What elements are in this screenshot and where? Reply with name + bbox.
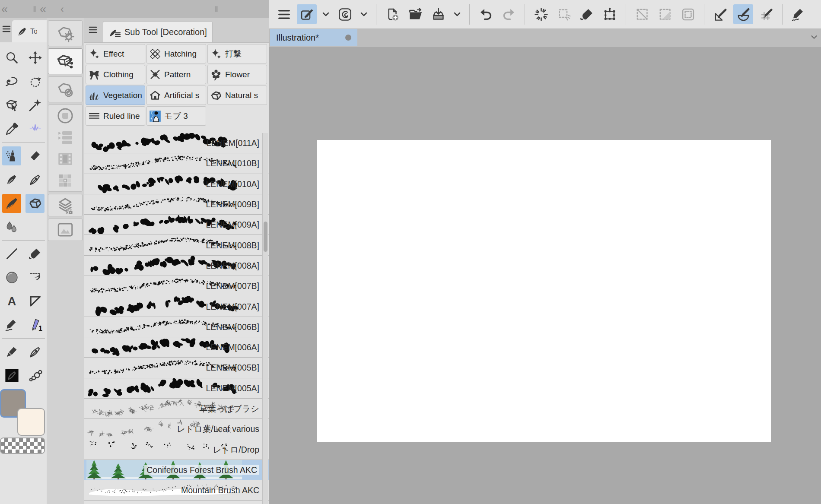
brush-item[interactable]: LENEM[008B] bbox=[84, 235, 269, 255]
collapse-dock-icon[interactable]: « bbox=[40, 1, 46, 17]
eraser-tool[interactable] bbox=[25, 146, 45, 165]
clipped-toolbar-button[interactable] bbox=[789, 4, 808, 24]
brush-item[interactable]: Mountain Brush AKC bbox=[84, 480, 269, 501]
move-tool[interactable] bbox=[25, 48, 45, 67]
clip-dropdown-button[interactable] bbox=[358, 4, 370, 24]
figure-tool[interactable] bbox=[2, 244, 21, 263]
blend-tool[interactable] bbox=[2, 218, 21, 237]
panel-grip-icon[interactable] bbox=[213, 3, 220, 15]
canvas-area[interactable] bbox=[269, 47, 821, 504]
auto-select-tool[interactable] bbox=[25, 96, 45, 115]
panel-grip-icon[interactable] bbox=[30, 3, 38, 15]
brush-size-palette-button[interactable] bbox=[49, 77, 82, 102]
brush-item[interactable]: LENEM[011A] bbox=[84, 133, 269, 153]
new-file-button[interactable] bbox=[382, 4, 402, 24]
sub-tool-palette-button[interactable] bbox=[49, 49, 82, 74]
rotate-canvas-tool[interactable] bbox=[25, 72, 45, 91]
dark-pen-tool[interactable] bbox=[2, 366, 21, 385]
text-tool[interactable] bbox=[2, 292, 21, 311]
category-11[interactable]: モブ 3 bbox=[146, 106, 206, 126]
timeline-palette-button[interactable] bbox=[49, 148, 82, 170]
gradient-tool[interactable] bbox=[2, 268, 21, 287]
main-menu-button[interactable] bbox=[274, 4, 294, 24]
scrollbar-thumb[interactable] bbox=[264, 222, 267, 252]
document-tab[interactable]: Illustration* bbox=[270, 29, 357, 46]
open-file-button[interactable] bbox=[405, 4, 425, 24]
lasso-tool[interactable] bbox=[2, 72, 21, 91]
bubble-brush-tool[interactable] bbox=[25, 366, 45, 385]
ruler-tool[interactable] bbox=[2, 316, 21, 335]
calligraphy-tool[interactable] bbox=[25, 342, 45, 361]
category-2[interactable]: Hatching bbox=[146, 44, 206, 63]
transparent-color-swatch[interactable] bbox=[0, 437, 45, 454]
tool-property-palette-button[interactable] bbox=[49, 21, 82, 46]
eyedropper-tool[interactable] bbox=[2, 120, 21, 139]
brush-item[interactable]: 草葉っぱブラシ bbox=[84, 399, 269, 419]
selection-border-button[interactable] bbox=[678, 4, 698, 24]
current-tool-button[interactable] bbox=[297, 4, 317, 24]
category-9[interactable]: Natural s bbox=[207, 86, 267, 105]
zoom-tool[interactable] bbox=[2, 48, 21, 67]
category-1[interactable]: Effect bbox=[86, 44, 145, 63]
snap-to-ruler-button[interactable] bbox=[710, 4, 730, 24]
snap-to-grid-button[interactable] bbox=[756, 4, 776, 24]
fill-tool[interactable] bbox=[25, 244, 45, 263]
pen-tool[interactable] bbox=[2, 170, 21, 189]
layer-palette-button[interactable] bbox=[49, 194, 82, 216]
frame-border-tool[interactable] bbox=[25, 292, 45, 311]
marker-tool[interactable] bbox=[2, 342, 21, 361]
collapse-subtool-icon[interactable]: ‹ bbox=[60, 1, 64, 17]
brush-item[interactable]: LENEM[010A] bbox=[84, 174, 269, 194]
brush-item[interactable]: LENEM[005A] bbox=[84, 378, 269, 399]
brush-list-scrollbar[interactable] bbox=[262, 133, 268, 504]
brush-item[interactable]: LENEM[010B] bbox=[84, 153, 269, 174]
category-3[interactable]: 打撃 bbox=[207, 44, 267, 63]
selection-line-button[interactable] bbox=[632, 4, 652, 24]
airbrush-tool[interactable] bbox=[2, 146, 21, 165]
selection-pen-tool[interactable] bbox=[25, 268, 45, 287]
brush-item[interactable]: レトロ/Drop bbox=[84, 439, 269, 460]
snap-to-special-ruler-button[interactable] bbox=[733, 4, 753, 24]
tool-dropdown-button[interactable] bbox=[320, 4, 332, 24]
category-10[interactable]: Ruled line bbox=[86, 106, 145, 126]
brush-item[interactable]: Coniferous Forest Brush AKC bbox=[84, 460, 269, 480]
redo-button[interactable] bbox=[499, 4, 519, 24]
brush-tool[interactable] bbox=[2, 194, 21, 213]
deselect-button[interactable] bbox=[531, 4, 551, 24]
reference-palette-button[interactable] bbox=[49, 219, 82, 241]
decoration-tool[interactable] bbox=[25, 194, 45, 213]
pencil-tool[interactable] bbox=[25, 316, 45, 335]
category-5[interactable]: Pattern bbox=[146, 65, 206, 84]
save-button[interactable] bbox=[428, 4, 448, 24]
material-palette-button[interactable] bbox=[49, 170, 82, 191]
collapse-panel-icon[interactable]: « bbox=[1, 1, 8, 17]
clip-studio-button[interactable] bbox=[335, 4, 355, 24]
brush-item[interactable]: LENEM[008A] bbox=[84, 256, 269, 276]
tool-palette-tab[interactable]: To bbox=[12, 20, 47, 42]
subtool-menu-icon[interactable] bbox=[88, 25, 98, 35]
category-4[interactable]: Clothing bbox=[86, 65, 145, 84]
brush-item[interactable]: LENEM[009A] bbox=[84, 215, 269, 235]
category-6[interactable]: Flower bbox=[207, 65, 267, 84]
brush-item[interactable]: LENEM[007A] bbox=[84, 296, 269, 317]
reselect-button[interactable] bbox=[554, 4, 574, 24]
line-correction-tool[interactable] bbox=[25, 120, 45, 139]
tab-overflow-chevron-icon[interactable] bbox=[809, 32, 819, 42]
brush-item[interactable]: LENEM[006B] bbox=[84, 317, 269, 337]
subtool-panel-tab[interactable]: Sub Tool [Decoration] bbox=[103, 21, 213, 42]
brush-item[interactable]: LENEM[006A] bbox=[84, 337, 269, 358]
inking-pen-tool[interactable] bbox=[25, 170, 45, 189]
brush-item[interactable]: LENEM[007B] bbox=[84, 276, 269, 296]
transform-button[interactable] bbox=[600, 4, 620, 24]
selection-area-button[interactable] bbox=[655, 4, 675, 24]
sub-color-swatch[interactable] bbox=[17, 408, 45, 436]
navigator-palette-button[interactable] bbox=[49, 105, 82, 127]
category-8[interactable]: Artificial s bbox=[146, 86, 206, 105]
brush-item[interactable]: LENEM[009B] bbox=[84, 194, 269, 215]
operation-tool[interactable] bbox=[2, 96, 21, 115]
undo-button[interactable] bbox=[476, 4, 496, 24]
tool-palette-menu-icon[interactable] bbox=[1, 24, 12, 34]
category-7[interactable]: Vegetation bbox=[86, 86, 145, 105]
fill-button[interactable] bbox=[577, 4, 597, 24]
save-dropdown-button[interactable] bbox=[451, 4, 463, 24]
